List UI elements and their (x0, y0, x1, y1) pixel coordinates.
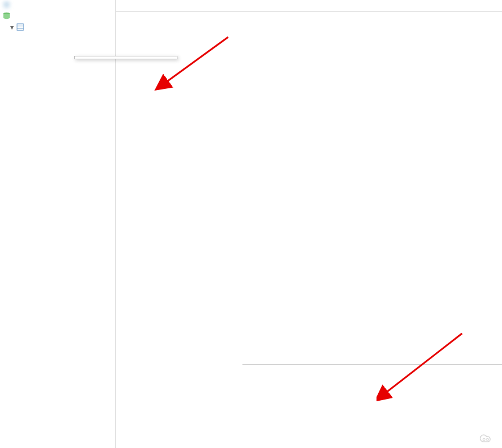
grid-header (116, 0, 502, 12)
collapse-icon[interactable]: ▾ (10, 23, 14, 31)
svg-point-8 (487, 438, 489, 441)
watermark (478, 432, 497, 445)
svg-point-7 (483, 438, 485, 441)
columns-grid (116, 0, 502, 12)
tree-db-green[interactable] (0, 11, 115, 22)
db-icon (2, 1, 11, 10)
table-group-icon (16, 23, 25, 31)
context-menu (74, 56, 177, 59)
main-area (116, 0, 502, 448)
sidebar: ▾ (0, 0, 116, 448)
tree-db[interactable] (0, 0, 115, 11)
svg-rect-2 (17, 24, 23, 30)
tree-tables-node[interactable]: ▾ (0, 22, 115, 32)
properties-panel (242, 364, 502, 448)
db-icon (2, 12, 11, 21)
watermark-icon (478, 432, 495, 445)
